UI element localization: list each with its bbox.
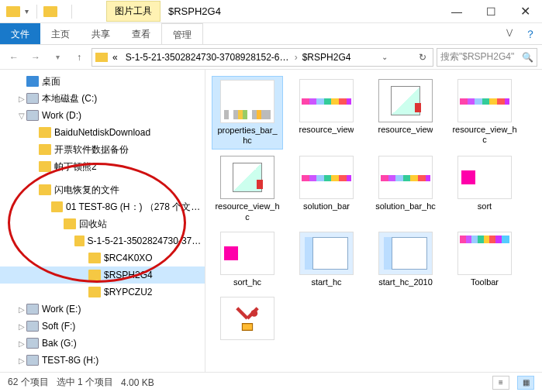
expand-icon[interactable]: ▷ [17,356,26,365]
file-item[interactable]: resource_view [370,76,441,150]
file-thumbnail [378,156,433,199]
disk-icon [26,304,39,315]
status-bar: 62 个项目 选中 1 个项目 4.00 KB ≡ ▦ [0,372,542,392]
file-thumbnail [220,80,274,123]
expand-icon[interactable]: ▷ [17,339,26,348]
expand-icon[interactable]: ▷ [17,95,26,103]
file-label: start_hc [311,277,341,287]
tab-view[interactable]: 查看 [121,23,161,44]
file-item[interactable]: solution_bar [291,153,362,225]
tree-item[interactable]: 帕丁顿熊2 [0,158,205,175]
file-item[interactable]: sort [449,153,520,225]
search-box[interactable]: 搜索"$RSPH2G4" 🔍 [437,48,537,67]
breadcrumb-prefix[interactable]: « [109,52,121,63]
expand-icon[interactable]: ▷ [17,305,26,314]
tree-item[interactable]: ▷Bak (G:) [0,335,205,352]
file-item[interactable]: resource_view_hc [449,76,520,150]
file-label: Toolbar [471,277,499,287]
item-count: 62 个项目 [8,376,49,389]
tree-item-label: S-1-5-21-3502824730-3708928152 [88,236,205,246]
forward-button[interactable]: → [26,48,45,67]
tree-item[interactable]: 回收站 [0,215,205,232]
address-bar[interactable]: « S-1-5-21-3502824730-3708928152-618087.… [91,48,433,67]
up-button[interactable]: ↑ [70,48,88,67]
tree-item[interactable]: $RC4K0XO [0,249,205,266]
qat-dropdown[interactable]: ▾ [23,7,30,15]
file-label: resource_view_hc [215,201,280,222]
file-list[interactable]: properties_bar_hcresource_viewresource_v… [205,70,542,372]
expand-icon[interactable]: ▽ [17,112,26,120]
tree-item[interactable]: ▷网络 [0,369,205,372]
tree-item[interactable]: 桌面 [0,73,205,90]
tree-item[interactable]: 01 TEST-8G (H：) （278 个文件） [0,198,205,215]
file-thumbnail [299,79,354,122]
window-title: $RSPH2G4 [161,5,221,17]
file-label: resource_view [378,125,433,135]
tab-manage[interactable]: 管理 [161,23,203,44]
tree-item-label: $RC4K0XO [104,253,153,263]
navigation-bar: ← → ▾ ↑ « S-1-5-21-3502824730-3708928152… [0,45,542,70]
disk-icon [26,110,39,121]
tree-item[interactable]: S-1-5-21-3502824730-3708928152 [0,232,205,249]
tree-item-label: 回收站 [79,218,107,231]
details-view-button[interactable]: ≡ [492,376,509,390]
file-thumbnail [299,156,354,199]
file-item[interactable]: start_hc_2010 [370,229,441,291]
address-dropdown[interactable]: ⌄ [378,53,391,61]
minimize-button[interactable]: — [440,0,474,23]
help-icon[interactable]: ？ [519,23,542,44]
tree-item[interactable]: ▷Work (E:) [0,301,205,318]
tree-item[interactable]: ▷TEST-8G (H:) [0,352,205,369]
close-button[interactable]: ✕ [508,0,542,23]
file-item[interactable]: resource_view_hc [212,153,283,225]
icons-view-button[interactable]: ▦ [517,376,534,390]
folder-icon [39,161,51,172]
ribbon-tabs: 文件 主页 共享 查看 管理 ⋁ ？ [0,23,542,45]
folder-icon [95,53,108,62]
file-thumbnail [457,156,512,199]
file-item[interactable]: properties_bar_hc [212,76,283,150]
context-tab-label: 图片工具 [106,1,161,22]
file-item[interactable]: sort_hc [212,229,283,291]
file-item[interactable]: solution_bar_hc [370,153,441,225]
ribbon-expand-icon[interactable]: ⋁ [500,23,519,44]
tree-item[interactable]: ▷本地磁盘 (C:) [0,90,205,107]
tree-item-label: $RSPH2G4 [104,270,153,280]
tab-home[interactable]: 主页 [40,23,81,44]
search-icon[interactable]: 🔍 [522,52,533,63]
svg-point-0 [250,310,257,317]
tree-item[interactable]: BaiduNetdiskDownload [0,124,205,141]
file-thumbnail [220,297,274,340]
tree-item[interactable]: ▷Soft (F:) [0,318,205,335]
file-item[interactable]: resource_view [291,76,362,150]
selection-info: 选中 1 个项目 [57,376,113,389]
tree-item[interactable]: $RYPCZU2 [0,284,205,301]
file-label: sort_hc [233,277,261,287]
tree-item[interactable]: 闪电恢复的文件 [0,181,205,198]
tab-share[interactable]: 共享 [81,23,121,44]
search-placeholder: 搜索"$RSPH2G4" [440,50,514,64]
file-item[interactable]: start_hc [291,229,362,291]
breadcrumb-segment[interactable]: S-1-5-21-3502824730-3708928152-618087... [123,52,293,63]
recent-locations[interactable]: ▾ [48,48,67,67]
folder-icon [51,201,63,212]
titlebar: ▾ 图片工具 $RSPH2G4 — ☐ ✕ [0,0,542,23]
file-thumbnail [220,232,274,275]
tree-item[interactable]: 开票软件数据备份 [0,141,205,158]
file-item[interactable]: Toolbar [449,229,520,291]
disk-icon [26,338,39,349]
file-item[interactable] [212,294,283,346]
refresh-icon[interactable]: ↻ [416,52,430,63]
file-thumbnail [220,156,274,199]
back-button[interactable]: ← [5,48,23,67]
tree-item[interactable]: $RSPH2G4 [0,266,205,284]
chevron-right-icon[interactable]: › [295,52,298,63]
folder-open-icon [64,218,76,229]
tab-file[interactable]: 文件 [0,23,40,44]
tree-item[interactable]: ▽Work (D:) [0,107,205,124]
maximize-button[interactable]: ☐ [474,0,508,23]
breadcrumb-segment[interactable]: $RSPH2G4 [299,52,354,63]
navigation-tree[interactable]: 桌面▷本地磁盘 (C:)▽Work (D:)BaiduNetdiskDownlo… [0,70,205,372]
expand-icon[interactable]: ▷ [17,322,26,331]
file-label: solution_bar [303,201,350,211]
